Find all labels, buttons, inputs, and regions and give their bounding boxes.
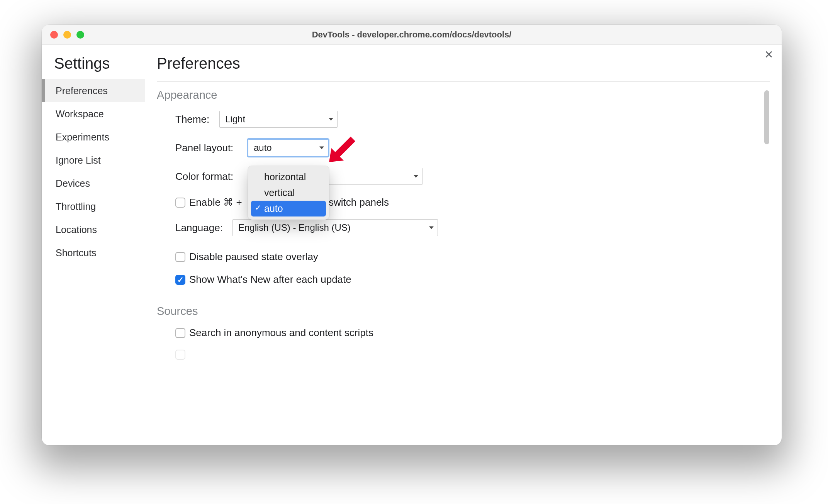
sidebar-item-ignore-list[interactable]: Ignore List xyxy=(42,149,145,172)
chevron-down-icon xyxy=(414,175,418,178)
show-whatsnew-checkbox[interactable] xyxy=(175,275,185,285)
sidebar-item-label: Workspace xyxy=(56,108,104,119)
close-settings-button[interactable]: ✕ xyxy=(764,49,773,60)
window-titlebar: DevTools - developer.chrome.com/docs/dev… xyxy=(42,25,782,45)
sidebar-item-devices[interactable]: Devices xyxy=(42,172,145,195)
arrow-annotation-icon xyxy=(327,134,358,164)
panel-layout-option-auto[interactable]: auto xyxy=(251,201,326,216)
chevron-down-icon xyxy=(429,227,434,229)
show-whatsnew-row: Show What's New after each update xyxy=(175,274,766,286)
language-select-value: English (US) - English (US) xyxy=(238,222,351,233)
chevron-down-icon xyxy=(319,147,324,149)
sidebar-item-label: Shortcuts xyxy=(56,247,97,258)
panel-layout-select-value: auto xyxy=(254,142,272,153)
color-format-label: Color format: xyxy=(175,171,248,183)
search-anon-checkbox[interactable] xyxy=(175,328,185,338)
page-title: Preferences xyxy=(157,55,770,72)
traffic-lights xyxy=(50,31,84,39)
chevron-down-icon xyxy=(329,118,333,121)
search-anon-label: Search in anonymous and content scripts xyxy=(189,327,373,339)
scrollbar-thumb[interactable] xyxy=(764,90,769,144)
truncated-checkbox[interactable] xyxy=(175,350,185,360)
disable-paused-overlay-row: Disable paused state overlay xyxy=(175,251,766,263)
sidebar-item-shortcuts[interactable]: Shortcuts xyxy=(42,241,145,264)
panel-layout-row: Panel layout: auto xyxy=(175,139,766,156)
language-row: Language: English (US) - English (US) xyxy=(175,219,766,236)
sidebar-item-label: Throttling xyxy=(56,201,96,212)
truncated-row xyxy=(175,350,766,360)
settings-sidebar-title: Settings xyxy=(42,55,145,79)
section-appearance-header: Appearance xyxy=(157,89,766,101)
minimize-window-button[interactable] xyxy=(63,31,71,39)
sidebar-item-workspace[interactable]: Workspace xyxy=(42,102,145,125)
close-window-button[interactable] xyxy=(50,31,58,39)
theme-row: Theme: Light xyxy=(175,111,766,128)
panel-layout-option-horizontal[interactable]: horizontal xyxy=(251,169,326,185)
sidebar-item-label: Preferences xyxy=(56,85,108,96)
enable-cmd-shortcut-checkbox[interactable] xyxy=(175,198,185,208)
divider xyxy=(157,81,770,82)
sidebar-item-locations[interactable]: Locations xyxy=(42,218,145,241)
sidebar-item-experiments[interactable]: Experiments xyxy=(42,125,145,149)
theme-select-value: Light xyxy=(225,114,245,125)
show-whatsnew-label: Show What's New after each update xyxy=(189,274,351,286)
theme-label: Theme: xyxy=(175,113,219,125)
sidebar-item-label: Devices xyxy=(56,178,90,189)
disable-paused-overlay-label: Disable paused state overlay xyxy=(189,251,318,263)
sidebar-item-label: Ignore List xyxy=(56,155,101,166)
sidebar-item-label: Experiments xyxy=(56,132,109,142)
sidebar-item-preferences[interactable]: Preferences xyxy=(42,79,145,102)
sidebar-item-throttling[interactable]: Throttling xyxy=(42,195,145,218)
window: DevTools - developer.chrome.com/docs/dev… xyxy=(42,25,782,445)
preferences-scroll-area[interactable]: Appearance Theme: Light Panel layout: au… xyxy=(157,89,770,445)
language-select[interactable]: English (US) - English (US) xyxy=(232,219,438,236)
settings-sidebar-list: Preferences Workspace Experiments Ignore… xyxy=(42,79,145,264)
theme-select[interactable]: Light xyxy=(219,111,338,128)
settings-sidebar: Settings Preferences Workspace Experimen… xyxy=(42,45,145,445)
disable-paused-overlay-checkbox[interactable] xyxy=(175,252,185,262)
language-label: Language: xyxy=(175,222,232,234)
zoom-window-button[interactable] xyxy=(76,31,84,39)
panel-layout-select[interactable]: auto xyxy=(248,139,328,156)
panel-layout-option-vertical[interactable]: vertical xyxy=(251,185,326,201)
window-title: DevTools - developer.chrome.com/docs/dev… xyxy=(42,30,782,40)
preferences-panel: Preferences Appearance Theme: Light xyxy=(145,45,782,445)
panel-layout-label: Panel layout: xyxy=(175,142,248,154)
search-anon-row: Search in anonymous and content scripts xyxy=(175,327,766,339)
sidebar-item-label: Locations xyxy=(56,224,97,235)
panel-layout-dropdown[interactable]: horizontal vertical auto xyxy=(248,166,329,220)
section-sources-header: Sources xyxy=(157,305,766,318)
